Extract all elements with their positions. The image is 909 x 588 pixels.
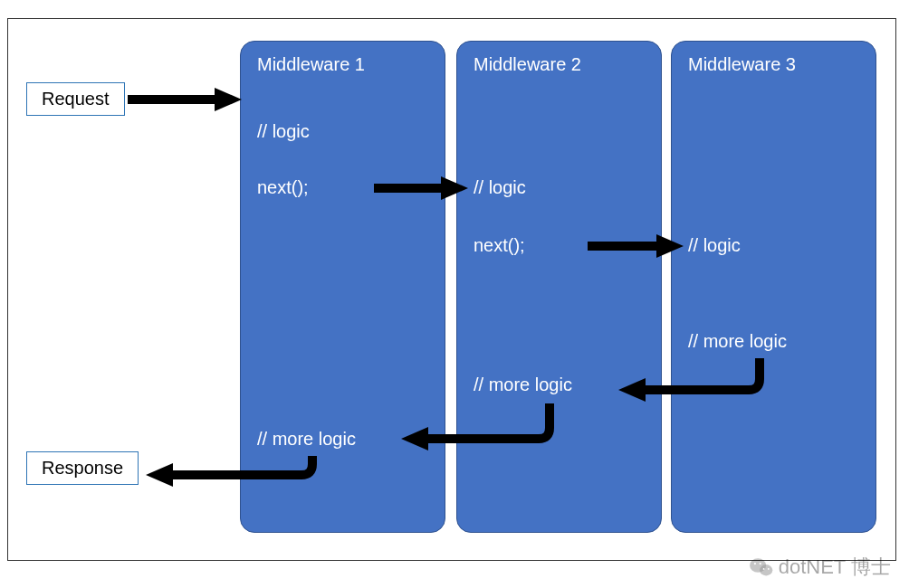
middleware-2-title: Middleware 2 [474,54,581,75]
svg-point-12 [759,563,761,564]
middleware-2-logic: // logic [474,177,526,198]
svg-point-13 [762,568,764,570]
middleware-1-next: next(); [257,177,309,198]
middleware-2-box: Middleware 2 // logic next(); // more lo… [456,41,662,533]
request-box: Request [26,82,125,116]
middleware-1-box: Middleware 1 // logic next(); // more lo… [240,41,445,533]
svg-point-11 [753,563,755,564]
response-label: Response [42,458,123,478]
middleware-1-title: Middleware 1 [257,54,365,75]
middleware-1-logic: // logic [257,121,310,142]
middleware-1-more: // more logic [257,429,356,450]
request-label: Request [42,89,110,109]
svg-point-14 [768,568,770,570]
middleware-3-title: Middleware 3 [688,54,796,75]
watermark-text: dotNET 博士 [779,554,891,581]
middleware-2-next: next(); [474,235,525,256]
wechat-icon [750,557,773,577]
watermark: dotNET 博士 [750,554,891,581]
cropped-header-fragment: ▁▁▁▁▁▁▁▁▁▁▁ [0,0,909,14]
svg-point-10 [760,564,772,575]
diagram-frame: Request Response Middleware 1 // logic n… [7,18,896,561]
arrow-request-to-mw1-icon [128,88,245,111]
svg-marker-8 [146,463,173,487]
response-box: Response [26,451,139,485]
middleware-3-more: // more logic [688,331,787,352]
middleware-2-more: // more logic [474,375,572,395]
svg-marker-1 [215,88,242,111]
middleware-3-box: Middleware 3 // logic // more logic [671,41,876,533]
middleware-3-logic: // logic [688,235,741,256]
